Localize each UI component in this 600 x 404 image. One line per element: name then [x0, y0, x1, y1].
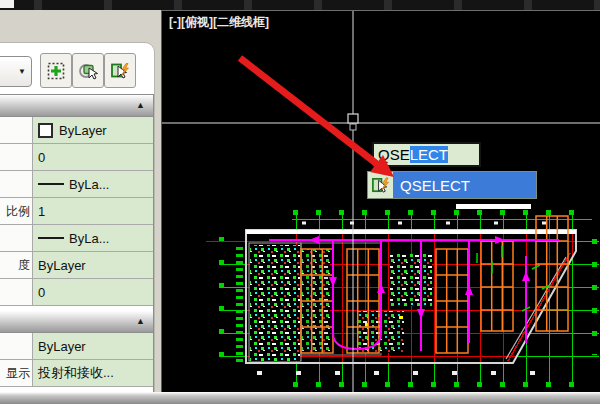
- property-row-transparency[interactable]: 度 ByLayer: [0, 252, 153, 279]
- property-label: 度: [0, 252, 33, 278]
- property-label: 比例: [0, 198, 33, 224]
- drawing-canvas[interactable]: [-][俯视][二维线框]: [161, 10, 600, 404]
- property-value[interactable]: 1: [33, 198, 153, 224]
- command-typed-text: QSE: [378, 146, 410, 163]
- quick-select-lightning-icon: [110, 62, 130, 80]
- collapse-icon[interactable]: ▲: [136, 99, 145, 111]
- property-value[interactable]: ByLayer: [33, 252, 153, 278]
- property-value[interactable]: 0: [33, 279, 153, 305]
- property-label: [0, 171, 33, 197]
- detail-clutter: [250, 245, 432, 361]
- lineweight-preview-icon: [38, 237, 64, 239]
- property-value[interactable]: 投射和接收...: [33, 360, 153, 386]
- pickbox: [348, 114, 358, 123]
- autocomplete-item-qselect[interactable]: QSELECT: [393, 172, 536, 198]
- autocomplete-menu[interactable]: QSELECT: [367, 171, 537, 199]
- property-row-shadow-display[interactable]: 显示 投射和接收...: [0, 360, 153, 387]
- property-label: [0, 225, 33, 251]
- properties-palette: ▼ ▲ ByLayer: [0, 10, 161, 404]
- property-row-color[interactable]: ByLayer: [0, 117, 153, 144]
- select-objects-icon: [47, 62, 65, 80]
- property-label: [0, 333, 33, 359]
- property-value[interactable]: ByLayer: [33, 117, 153, 143]
- chevron-down-icon: ▼: [18, 67, 26, 76]
- property-row-linetype[interactable]: ByLa...: [0, 171, 153, 198]
- property-label: [0, 279, 33, 305]
- quick-select-icon: [371, 176, 390, 195]
- window-top-toolbar-strip: [0, 0, 600, 10]
- select-objects-button[interactable]: [40, 53, 72, 88]
- property-label: [0, 144, 33, 170]
- linetype-preview-icon: [38, 183, 64, 185]
- property-value[interactable]: 0: [33, 144, 153, 170]
- property-label: [0, 117, 33, 143]
- properties-table: ▲ ByLayer 0 ByLa... 比例 1: [0, 94, 154, 396]
- object-type-combobox[interactable]: ▼: [0, 56, 32, 87]
- property-value[interactable]: ByLa...: [33, 225, 153, 251]
- property-value[interactable]: ByLa...: [33, 171, 153, 197]
- property-row-thickness[interactable]: 0: [0, 279, 153, 306]
- quick-select-button[interactable]: [72, 53, 104, 88]
- property-label: 显示: [0, 360, 33, 386]
- command-autocomplete-selection: LECT: [410, 146, 448, 163]
- toggle-pickadd-button[interactable]: [104, 53, 136, 88]
- section-header-general[interactable]: ▲: [0, 95, 153, 117]
- property-value[interactable]: ByLayer: [33, 333, 153, 359]
- viewport-controls-label[interactable]: [-][俯视][二维线框]: [169, 14, 269, 31]
- autocomplete-item-icon-cell: [368, 172, 393, 198]
- section-header-3d-effects[interactable]: ▲: [0, 311, 153, 333]
- window-corner-chip: [0, 0, 14, 8]
- property-row-lineweight[interactable]: ByLa...: [0, 225, 153, 252]
- quick-select-cursor-icon: [78, 62, 98, 80]
- property-row-layer[interactable]: 0: [0, 144, 153, 171]
- window-bottom-strip: [0, 392, 600, 404]
- command-input[interactable]: QSELECT: [372, 142, 481, 167]
- property-row-material[interactable]: ByLayer: [0, 333, 153, 360]
- property-row-linetype-scale[interactable]: 比例 1: [0, 198, 153, 225]
- collapse-icon[interactable]: ▲: [136, 315, 145, 327]
- floor-plan-drawing: [162, 11, 600, 404]
- color-swatch-icon: [38, 123, 53, 138]
